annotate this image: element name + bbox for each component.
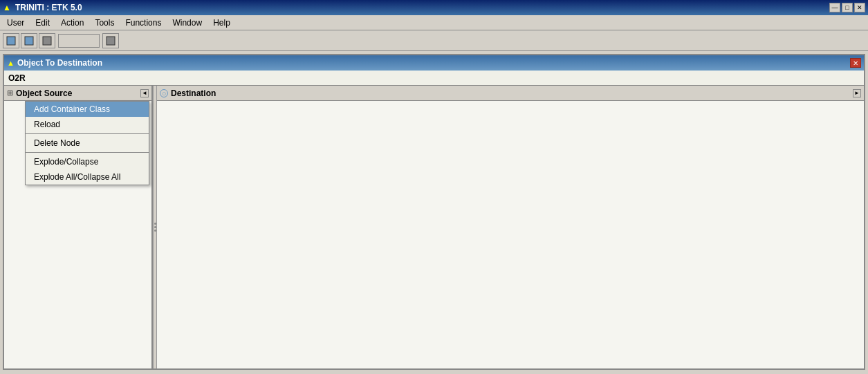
window-icon: ▲ <box>7 59 15 67</box>
window-title-text: Object To Destination <box>17 58 102 68</box>
context-menu: Add Container Class Reload Delete Node E… <box>25 101 149 185</box>
title-bar: ▲ TRINITI : ETK 5.0 — □ ✕ <box>0 0 868 15</box>
svg-rect-2 <box>43 37 51 45</box>
right-panel-collapse-button[interactable]: ► <box>853 89 861 97</box>
splitter-dot-1 <box>154 223 156 225</box>
window-close-button[interactable]: ✕ <box>850 58 861 68</box>
toolbar-btn-1[interactable] <box>3 33 19 48</box>
toolbar-btn-4[interactable] <box>102 33 119 48</box>
window-title-bar: ▲ Object To Destination ✕ <box>4 55 864 71</box>
right-panel-title: Destination <box>171 88 850 98</box>
svg-rect-3 <box>107 37 115 45</box>
left-panel-icon: ⊞ <box>7 88 13 97</box>
maximize-button[interactable]: □ <box>842 3 853 12</box>
breadcrumb-text: O2R <box>8 73 26 83</box>
content-window: ▲ Object To Destination ✕ O2R ⊞ Object S… <box>3 54 865 370</box>
context-menu-separator <box>26 133 149 134</box>
menu-functions[interactable]: Functions <box>120 17 167 29</box>
splitter-dot-2 <box>154 226 156 228</box>
context-menu-item-delete-node[interactable]: Delete Node <box>26 135 149 151</box>
main-area: ⊞ Object Source ◄ Add Container Class Re… <box>4 86 864 368</box>
menu-edit[interactable]: Edit <box>30 17 55 29</box>
toolbar-btn-3[interactable] <box>39 33 55 48</box>
svg-rect-0 <box>7 37 15 45</box>
menu-user[interactable]: User <box>1 17 30 29</box>
menu-window[interactable]: Window <box>167 17 207 29</box>
context-menu-item-reload[interactable]: Reload <box>26 117 149 132</box>
splitter-dot-3 <box>154 230 156 232</box>
menu-help[interactable]: Help <box>207 17 236 29</box>
close-button[interactable]: ✕ <box>854 3 865 12</box>
title-bar-controls: — □ ✕ <box>829 3 865 12</box>
menu-bar: User Edit Action Tools Functions Window … <box>0 15 868 30</box>
left-panel-title: Object Source <box>16 88 138 98</box>
context-menu-item-explode-collapse[interactable]: Explode/Collapse <box>26 154 149 169</box>
app-icon: ▲ <box>3 3 11 12</box>
context-menu-separator-2 <box>26 152 149 153</box>
context-menu-item-add-container[interactable]: Add Container Class <box>26 102 149 117</box>
right-panel-icon: ○ <box>160 89 168 97</box>
toolbar-btn-2[interactable] <box>21 33 37 48</box>
menu-action[interactable]: Action <box>55 17 89 29</box>
title-bar-text: TRINITI : ETK 5.0 <box>15 3 82 12</box>
window-title-left: ▲ Object To Destination <box>7 58 102 68</box>
left-panel: ⊞ Object Source ◄ Add Container Class Re… <box>4 86 153 368</box>
menu-tools[interactable]: Tools <box>89 17 120 29</box>
breadcrumb: O2R <box>4 71 864 86</box>
right-panel-header: ○ Destination ► <box>157 86 864 101</box>
toolbar <box>0 30 868 51</box>
left-panel-collapse-button[interactable]: ◄ <box>140 89 149 97</box>
toolbar-spacer <box>58 34 100 48</box>
minimize-button[interactable]: — <box>829 3 840 12</box>
svg-rect-1 <box>25 37 33 45</box>
right-panel: ○ Destination ► <box>157 86 864 368</box>
title-bar-left: ▲ TRINITI : ETK 5.0 <box>3 3 82 12</box>
left-panel-header: ⊞ Object Source ◄ <box>4 86 151 101</box>
context-menu-item-explode-all[interactable]: Explode All/Collapse All <box>26 169 149 185</box>
